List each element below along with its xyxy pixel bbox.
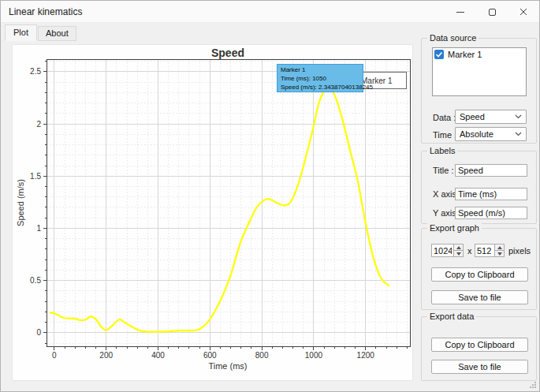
width-spinner[interactable] bbox=[431, 244, 464, 257]
close-button[interactable] bbox=[508, 1, 539, 23]
svg-text:0.5: 0.5 bbox=[30, 276, 41, 285]
marker1-checkbox[interactable] bbox=[434, 50, 444, 59]
axis-ticks bbox=[43, 62, 408, 350]
svg-text:1.5: 1.5 bbox=[30, 172, 41, 181]
svg-text:2.5: 2.5 bbox=[30, 67, 41, 76]
svg-text:2: 2 bbox=[36, 120, 41, 129]
speed-series-line bbox=[50, 88, 389, 332]
dimensions-separator: x bbox=[467, 246, 472, 256]
window-title: Linear kinematics bbox=[1, 6, 82, 17]
svg-text:600: 600 bbox=[203, 351, 217, 360]
down-arrow-icon bbox=[456, 252, 461, 256]
group-data-source-title: Data source bbox=[427, 33, 479, 43]
pixels-label: pixels bbox=[508, 246, 531, 256]
svg-text:400: 400 bbox=[151, 351, 165, 360]
svg-text:1200: 1200 bbox=[357, 351, 375, 360]
export-graph-copy-button[interactable]: Copy to Clipboard bbox=[431, 267, 528, 282]
title-input[interactable] bbox=[455, 164, 527, 177]
time-combo-value: Absolute bbox=[460, 129, 493, 139]
minimize-icon bbox=[456, 12, 464, 13]
x-axis-label: Time (ms) bbox=[208, 361, 247, 371]
tooltip-title: Marker 1 bbox=[281, 65, 359, 74]
width-spinner-buttons bbox=[454, 244, 464, 257]
tick-labels: 02004006008001000120000.511.522.5 bbox=[30, 67, 374, 360]
up-arrow-icon bbox=[456, 246, 461, 249]
tab-about[interactable]: About bbox=[38, 26, 76, 41]
data-label: Data : bbox=[433, 113, 456, 122]
tab-plot[interactable]: Plot bbox=[5, 24, 37, 41]
chart-panel: 02004006008001000120000.511.522.5 Speed … bbox=[12, 44, 413, 381]
caption-buttons bbox=[445, 1, 539, 23]
minor-gridlines bbox=[47, 59, 410, 346]
resize-grip[interactable] bbox=[528, 380, 537, 389]
maximize-icon bbox=[489, 9, 496, 16]
marker-listbox[interactable]: Marker 1 bbox=[432, 47, 527, 96]
tab-strip: Plot About bbox=[5, 24, 76, 41]
height-spin-down-button[interactable] bbox=[495, 251, 505, 257]
title-field-label: Title : bbox=[433, 166, 454, 175]
export-graph-save-button[interactable]: Save to file bbox=[431, 290, 528, 304]
close-icon bbox=[520, 8, 527, 16]
svg-text:200: 200 bbox=[99, 351, 113, 360]
yaxis-input[interactable] bbox=[455, 207, 527, 219]
svg-text:0: 0 bbox=[36, 328, 41, 337]
time-label: Time : bbox=[433, 130, 456, 140]
down-arrow-icon bbox=[497, 252, 502, 256]
group-data-source: Data source Marker 1 Data : Speed Time :… bbox=[421, 38, 537, 144]
y-axis-label: Speed (m/s) bbox=[16, 179, 25, 226]
group-export-data-title: Export data bbox=[427, 312, 476, 321]
group-export-graph-title: Export graph bbox=[427, 223, 482, 233]
width-spin-up-button[interactable] bbox=[454, 244, 464, 251]
maximize-button[interactable] bbox=[476, 1, 508, 23]
export-data-save-button[interactable]: Save to file bbox=[431, 360, 528, 374]
up-arrow-icon bbox=[497, 246, 502, 249]
group-export-graph: Export graph x pixels Copy to Clipboard … bbox=[421, 228, 537, 310]
marker-tooltip: Marker 1 Time (ms): 1050 Speed (m/s): 2.… bbox=[277, 64, 363, 92]
data-combo-value: Speed bbox=[460, 112, 485, 121]
chevron-down-icon bbox=[515, 132, 522, 136]
tooltip-speed: Speed (m/s): 2.34387040138245 bbox=[281, 83, 359, 91]
height-spin-up-button[interactable] bbox=[495, 244, 505, 251]
list-item-marker1[interactable]: Marker 1 bbox=[433, 48, 526, 61]
height-spinner-input[interactable] bbox=[475, 244, 495, 257]
check-icon bbox=[435, 51, 443, 58]
export-data-copy-button[interactable]: Copy to Clipboard bbox=[431, 338, 528, 352]
svg-text:1000: 1000 bbox=[305, 351, 323, 360]
svg-text:800: 800 bbox=[255, 351, 269, 360]
width-spin-down-button[interactable] bbox=[454, 251, 464, 257]
time-combo[interactable]: Absolute bbox=[455, 127, 527, 141]
svg-text:1: 1 bbox=[36, 224, 41, 233]
height-spinner-buttons bbox=[495, 244, 505, 257]
group-labels: Labels Title : X axis : Y axis : bbox=[421, 151, 537, 224]
group-labels-title: Labels bbox=[427, 146, 457, 155]
chevron-down-icon bbox=[515, 114, 522, 119]
minimize-button[interactable] bbox=[445, 1, 476, 23]
speed-chart[interactable]: 02004006008001000120000.511.522.5 Speed … bbox=[13, 45, 414, 382]
width-spinner-input[interactable] bbox=[431, 244, 454, 257]
xaxis-input[interactable] bbox=[455, 188, 527, 200]
data-combo[interactable]: Speed bbox=[455, 110, 527, 124]
app-window: Linear kinematics Plot About 02004006008… bbox=[0, 0, 540, 392]
svg-text:0: 0 bbox=[52, 351, 57, 360]
group-export-data: Export data Copy to Clipboard Save to fi… bbox=[421, 316, 537, 381]
tooltip-time: Time (ms): 1050 bbox=[281, 74, 359, 83]
title-bar: Linear kinematics bbox=[1, 1, 539, 23]
marker1-label: Marker 1 bbox=[448, 50, 482, 59]
height-spinner[interactable] bbox=[475, 244, 505, 257]
chart-title: Speed bbox=[211, 47, 244, 59]
